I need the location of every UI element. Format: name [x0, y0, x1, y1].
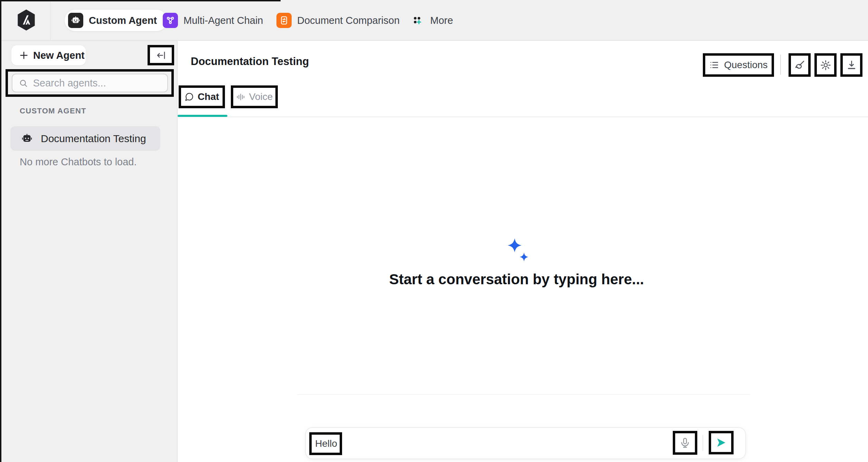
composer-button-divider — [702, 435, 703, 451]
message-input-value: Hello — [315, 438, 337, 449]
agent-item-documentation-testing[interactable]: Documentation Testing — [10, 126, 160, 151]
plus-icon — [19, 50, 29, 60]
empty-state-headline: Start a conversation by typing here... — [389, 271, 644, 288]
doc-compare-icon — [276, 13, 292, 28]
search-icon — [19, 78, 28, 88]
new-agent-label: New Agent — [33, 50, 85, 61]
topbar-divider — [50, 0, 51, 40]
tab-more[interactable]: More — [409, 13, 453, 28]
chat-bubble-icon — [185, 92, 194, 102]
message-input[interactable]: Hello — [309, 432, 342, 455]
search-input-wrapper — [12, 74, 168, 92]
tab-custom-agent[interactable]: Custom Agent — [65, 10, 167, 31]
mic-icon — [679, 437, 691, 449]
mic-button[interactable] — [673, 431, 697, 455]
questions-label: Questions — [724, 59, 767, 71]
gear-icon — [820, 59, 831, 71]
send-icon — [715, 436, 727, 449]
broom-icon — [794, 59, 805, 71]
collapse-sidebar-button[interactable] — [148, 45, 174, 65]
tab-voice[interactable]: Voice — [231, 85, 278, 108]
tab-chat[interactable]: Chat — [179, 85, 225, 108]
tab-chat-label: Chat — [198, 91, 219, 102]
robot-icon — [68, 13, 83, 28]
search-agents-box — [6, 69, 174, 97]
search-agents-input[interactable] — [33, 77, 158, 89]
more-apps-icon — [409, 13, 425, 28]
tab-document-comparison[interactable]: Document Comparison — [276, 13, 400, 28]
no-more-chatbots-text: No more Chatbots to load. — [20, 156, 137, 168]
sidebar: New Agent CUSTOM AGENT Documentation Tes… — [0, 41, 178, 462]
collapse-left-icon — [155, 50, 167, 61]
agent-name: Documentation Testing — [41, 133, 146, 145]
chat-panel: Documentation Testing Questions Chat — [178, 41, 868, 462]
screenshot-top-edge — [0, 0, 281, 1]
tab-label: More — [430, 15, 453, 26]
composer[interactable]: Hello — [305, 427, 746, 459]
robot-icon — [21, 132, 33, 145]
app-logo-icon — [16, 9, 36, 31]
download-button[interactable] — [840, 53, 862, 77]
composer-divider — [297, 394, 750, 395]
tab-multi-agent-chain[interactable]: Multi-Agent Chain — [163, 13, 263, 28]
topbar: Custom Agent Multi-Agent Chain Document … — [0, 0, 868, 41]
tab-voice-label: Voice — [249, 91, 273, 102]
list-icon — [709, 60, 719, 70]
sparkles-icon — [501, 238, 532, 266]
new-agent-button[interactable]: New Agent — [11, 45, 86, 65]
voice-waveform-icon — [236, 92, 245, 102]
section-label-custom-agent: CUSTOM AGENT — [20, 107, 86, 115]
active-tab-underline — [178, 115, 227, 117]
header-divider — [780, 55, 781, 75]
questions-button[interactable]: Questions — [703, 53, 774, 77]
tab-bar-divider — [178, 117, 868, 117]
tab-label: Multi-Agent Chain — [183, 15, 263, 26]
screenshot-left-edge — [0, 0, 1, 462]
download-icon — [846, 59, 857, 71]
clear-chat-button[interactable] — [789, 53, 811, 77]
empty-state: Start a conversation by typing here... — [389, 238, 644, 288]
send-button[interactable] — [709, 431, 734, 454]
tab-label: Document Comparison — [297, 15, 400, 26]
page-title: Documentation Testing — [191, 55, 309, 68]
tab-label: Custom Agent — [89, 15, 157, 26]
settings-button[interactable] — [814, 53, 837, 77]
workflow-icon — [163, 13, 178, 28]
